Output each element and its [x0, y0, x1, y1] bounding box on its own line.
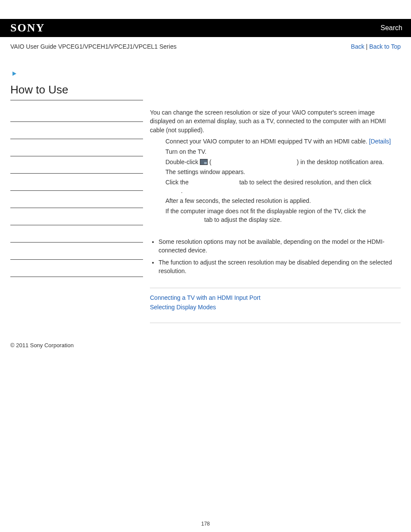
nav-item[interactable]	[10, 199, 143, 208]
step-text: (	[208, 159, 212, 165]
step-text: .	[181, 187, 183, 194]
tray-icon	[200, 159, 208, 165]
step-text: ) in the desktop notification area.	[297, 159, 384, 165]
step-line2: tab to adjust the display size.	[204, 215, 401, 224]
copyright: © 2011 Sony Corporation	[10, 342, 74, 348]
nav-item[interactable]	[10, 147, 143, 156]
sony-logo: SONY	[10, 22, 45, 34]
step-1: Connect your VAIO computer to an HDMI eq…	[165, 137, 401, 146]
page-number: 178	[0, 521, 411, 532]
notes-list: Some resolution options may not be avail…	[159, 237, 401, 276]
section-title: How to Use	[10, 83, 143, 100]
step-text: Connect your VAIO computer to an HDMI eq…	[165, 138, 369, 145]
related-links: Connecting a TV with an HDMI Input Port …	[150, 294, 401, 311]
related-link[interactable]: Selecting Display Modes	[150, 304, 401, 311]
top-bar: SONY Search	[0, 19, 411, 37]
details-link[interactable]: [Details]	[369, 138, 391, 145]
separator: |	[364, 43, 369, 50]
sub-header: VAIO User Guide VPCEG1/VPCEH1/VPCEJ1/VPC…	[0, 37, 411, 53]
step-text: If the computer image does not fit the d…	[165, 208, 366, 215]
left-column: How to Use	[10, 83, 143, 329]
nav-item[interactable]	[10, 250, 143, 260]
step-2: Turn on the TV.	[165, 147, 401, 156]
nav-item[interactable]	[10, 112, 143, 122]
back-to-top-link[interactable]: Back to Top	[369, 43, 401, 50]
intro-text: You can change the screen resolution or …	[150, 108, 401, 134]
step-text: Double-click	[165, 159, 200, 165]
nav-item[interactable]	[10, 164, 143, 174]
note-item: The function to adjust the screen resolu…	[159, 258, 401, 276]
guide-title: VAIO User Guide VPCEG1/VPCEH1/VPCEJ1/VPC…	[10, 43, 177, 50]
step-text: Click the	[165, 179, 190, 186]
nav-item[interactable]	[10, 130, 143, 139]
step-4: Click the tab to select the desired reso…	[165, 178, 401, 205]
search-link[interactable]: Search	[380, 24, 402, 32]
step-text: tab to select the desired resolution, an…	[238, 179, 372, 186]
nav-item[interactable]	[10, 216, 143, 225]
step-5: If the computer image does not fit the d…	[165, 207, 401, 224]
back-link[interactable]: Back	[351, 43, 364, 50]
steps-list: Connect your VAIO computer to an HDMI eq…	[165, 137, 401, 224]
page-body: How to Use You can change the screen res…	[0, 53, 411, 329]
step-end: .	[165, 187, 401, 195]
nav-links: Back | Back to Top	[351, 43, 401, 50]
step-sub: The settings window appears.	[165, 168, 401, 176]
divider	[150, 288, 401, 288]
footer: © 2011 Sony Corporation	[0, 329, 411, 361]
chevron-right-icon	[12, 71, 19, 77]
note-item: Some resolution options may not be avail…	[159, 237, 401, 255]
step-text: tab to adjust the display size.	[204, 216, 282, 223]
step-sub: After a few seconds, the selected resolu…	[165, 196, 401, 205]
divider	[150, 323, 401, 323]
columns: How to Use You can change the screen res…	[10, 83, 401, 329]
nav-item[interactable]	[10, 181, 143, 191]
nav-item[interactable]	[10, 233, 143, 243]
step-3: Double-click () in the desktop notificat…	[165, 158, 401, 176]
nav-item[interactable]	[10, 268, 143, 277]
related-link[interactable]: Connecting a TV with an HDMI Input Port	[150, 294, 401, 301]
content-column: You can change the screen resolution or …	[150, 83, 401, 329]
